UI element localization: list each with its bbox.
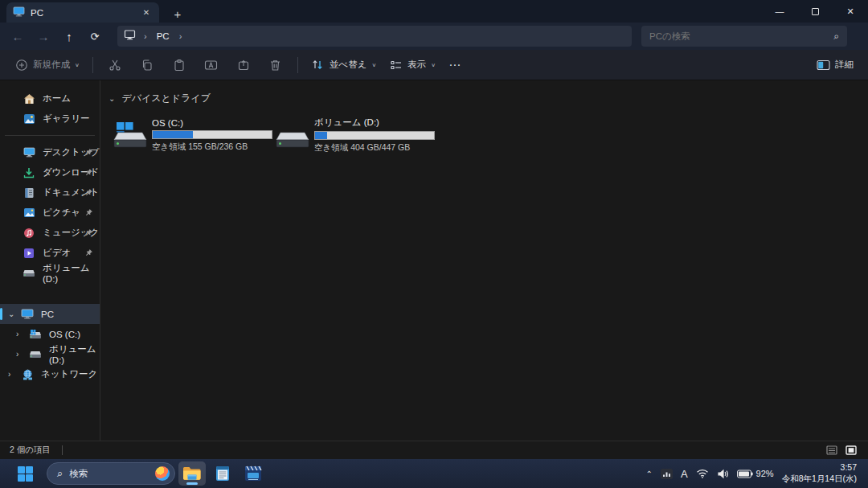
sidebar-item-label: ピクチャ bbox=[43, 207, 80, 219]
share-button[interactable] bbox=[228, 53, 259, 77]
sidebar-item-music[interactable]: ミュージック bbox=[0, 223, 100, 243]
new-tab-button[interactable]: + bbox=[167, 5, 188, 23]
sidebar-item-label: ボリューム (D:) bbox=[49, 343, 100, 365]
sidebar-item-documents[interactable]: ドキュメント bbox=[0, 182, 100, 203]
sidebar-item-downloads[interactable]: ダウンロード bbox=[0, 162, 100, 182]
windows-drive-icon bbox=[110, 120, 147, 150]
refresh-button[interactable]: ⟳ bbox=[82, 25, 108, 47]
battery-percent: 92% bbox=[756, 469, 774, 478]
taskbar-file-explorer[interactable] bbox=[178, 461, 206, 486]
sidebar-item-desktop[interactable]: デスクトップ bbox=[0, 142, 100, 162]
up-button[interactable]: ↑ bbox=[56, 25, 82, 47]
sidebar-item-volume-d[interactable]: ボリューム (D:) bbox=[0, 263, 100, 283]
maximize-button[interactable] bbox=[797, 0, 833, 23]
forward-button[interactable]: → bbox=[31, 25, 56, 47]
this-pc-icon bbox=[21, 308, 34, 321]
tab-pc[interactable]: PC ✕ bbox=[6, 2, 159, 23]
section-title: デバイスとドライブ bbox=[121, 92, 211, 105]
taskbar-clock[interactable]: 3:57 令和8年1月14日(水) bbox=[782, 462, 857, 484]
drive-name: OS (C:) bbox=[152, 118, 272, 128]
sidebar-item-network[interactable]: › ネットワーク bbox=[0, 364, 100, 384]
view-label: 表示 bbox=[407, 59, 426, 71]
command-toolbar: 新規作成 ∨ bbox=[0, 50, 868, 80]
drive-free-space: 空き領域 155 GB/236 GB bbox=[152, 141, 272, 153]
copy-icon bbox=[140, 58, 154, 72]
sidebar-item-gallery[interactable]: ギャラリー bbox=[0, 109, 100, 129]
sidebar-item-pc[interactable]: ⌄ PC bbox=[0, 304, 100, 324]
cut-button[interactable] bbox=[100, 53, 130, 77]
new-item-button[interactable]: 新規作成 ∨ bbox=[8, 53, 86, 77]
status-bar: 2 個の項目 bbox=[0, 441, 868, 459]
pin-icon bbox=[84, 248, 93, 257]
taskbar-notepad[interactable] bbox=[209, 461, 236, 486]
details-pane-label: 詳細 bbox=[835, 59, 854, 71]
drive-tile-volume-d[interactable]: ボリューム (D:) 空き領域 404 GB/447 GB bbox=[271, 113, 433, 157]
chevron-expanded-icon[interactable]: ⌄ bbox=[8, 310, 14, 318]
view-button[interactable]: 表示 ∨ bbox=[383, 53, 442, 77]
clock-date: 令和8年1月14日(水) bbox=[782, 474, 857, 485]
tray-app-icon[interactable] bbox=[661, 469, 673, 479]
search-icon: ⌕ bbox=[833, 31, 839, 42]
sidebar-item-tree-volume-d[interactable]: › ボリューム (D:) bbox=[0, 344, 100, 364]
sort-button[interactable]: 並べ替え ∨ bbox=[305, 53, 383, 77]
ime-mode-indicator[interactable]: A bbox=[681, 468, 688, 480]
chevron-collapsed-icon[interactable]: › bbox=[16, 330, 18, 338]
search-box[interactable]: ⌕ bbox=[641, 26, 847, 47]
sidebar-item-os-c[interactable]: › OS (C:) bbox=[0, 324, 100, 344]
taskbar-movie-maker[interactable] bbox=[240, 461, 267, 486]
drive-usage-bar bbox=[152, 130, 272, 139]
details-pane-button[interactable]: 詳細 bbox=[810, 53, 860, 77]
breadcrumb-pc[interactable]: PC bbox=[155, 31, 171, 41]
system-tray: ⌃ A 92% 3:57 令和8年1月14日(水) bbox=[646, 462, 862, 484]
drive-tile-os-c[interactable]: OS (C:) 空き領域 155 GB/236 GB bbox=[108, 113, 271, 157]
address-bar[interactable]: › PC › bbox=[117, 26, 632, 47]
rename-button[interactable] bbox=[196, 53, 227, 77]
status-divider bbox=[62, 445, 63, 455]
minimize-button[interactable]: — bbox=[762, 0, 797, 23]
sidebar-item-pictures[interactable]: ピクチャ bbox=[0, 203, 100, 223]
file-explorer-icon bbox=[182, 465, 202, 482]
battery-indicator[interactable]: 92% bbox=[737, 469, 774, 478]
section-devices-and-drives[interactable]: ⌄ デバイスとドライブ bbox=[108, 92, 868, 105]
volume-icon[interactable] bbox=[717, 469, 729, 479]
this-pc-icon bbox=[13, 6, 25, 20]
hidden-icons-chevron[interactable]: ⌃ bbox=[646, 470, 653, 478]
delete-button[interactable] bbox=[260, 53, 291, 77]
search-input[interactable] bbox=[649, 31, 833, 41]
hard-drive-icon bbox=[23, 267, 35, 280]
start-button[interactable] bbox=[11, 461, 39, 486]
sidebar-divider bbox=[5, 135, 95, 136]
wifi-icon[interactable] bbox=[696, 469, 709, 478]
drive-usage-fill bbox=[315, 132, 327, 139]
list-view-toggle[interactable] bbox=[825, 444, 839, 457]
desktop-icon bbox=[23, 146, 35, 159]
cut-icon bbox=[108, 58, 121, 72]
drive-free-space: 空き領域 404 GB/447 GB bbox=[314, 142, 435, 154]
rename-icon bbox=[204, 58, 218, 72]
trash-icon bbox=[268, 58, 282, 72]
taskbar-search[interactable]: ⌕ 検索 bbox=[47, 462, 175, 485]
sidebar-item-videos[interactable]: ビデオ bbox=[0, 243, 100, 263]
sort-label: 並べ替え bbox=[330, 59, 367, 71]
breadcrumb-separator[interactable]: › bbox=[174, 31, 187, 41]
pin-icon bbox=[84, 208, 93, 217]
paste-button[interactable] bbox=[164, 53, 194, 77]
copy-button[interactable] bbox=[132, 53, 162, 77]
tab-close-icon[interactable]: ✕ bbox=[140, 6, 153, 19]
sidebar-item-label: ネットワーク bbox=[41, 368, 97, 380]
paste-icon bbox=[172, 58, 186, 72]
large-icons-view-toggle[interactable] bbox=[844, 444, 858, 457]
more-options-button[interactable]: ⋯ bbox=[442, 53, 467, 77]
chevron-collapsed-icon[interactable]: › bbox=[16, 350, 18, 359]
navigation-pane: ホーム ギャラリー デスクトップ ダウンロード bbox=[0, 80, 100, 441]
sidebar-item-home[interactable]: ホーム bbox=[0, 88, 100, 109]
chevron-down-icon: ∨ bbox=[371, 62, 376, 68]
back-button[interactable]: ← bbox=[5, 25, 31, 47]
pin-icon bbox=[84, 148, 93, 157]
close-button[interactable]: ✕ bbox=[833, 0, 868, 23]
chevron-collapsed-icon[interactable]: › bbox=[8, 370, 10, 379]
sidebar-item-label: ホーム bbox=[43, 92, 71, 105]
videos-icon bbox=[23, 247, 35, 260]
clock-time: 3:57 bbox=[782, 462, 857, 474]
chevron-down-icon: ∨ bbox=[431, 62, 436, 68]
